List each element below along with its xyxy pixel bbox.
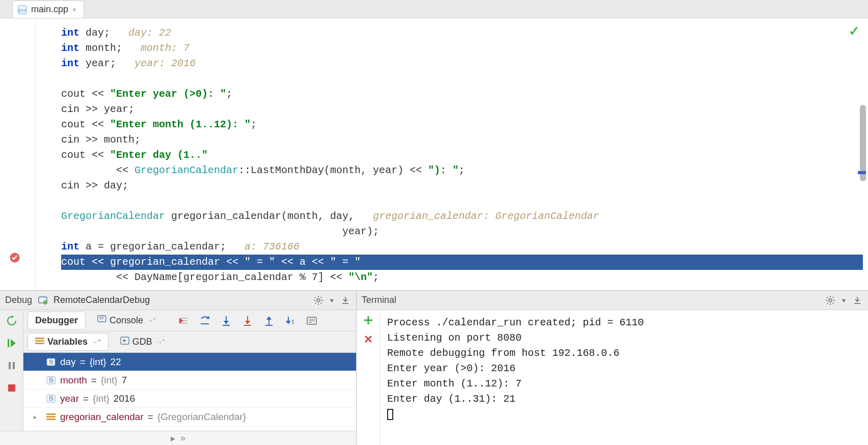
variable-type: {int} bbox=[101, 375, 118, 386]
tab-gdb[interactable]: GDB →" bbox=[113, 333, 172, 351]
run-to-cursor-button[interactable]: I bbox=[284, 315, 296, 327]
variable-type: {GregorianCalendar} bbox=[157, 411, 246, 423]
pin-icon[interactable]: →" bbox=[92, 339, 101, 346]
code-line[interactable]: int year; year: 2016 bbox=[61, 56, 863, 71]
code-line[interactable]: int a = gregorian_calendar; a: 736166 bbox=[61, 239, 863, 255]
svg-rect-62 bbox=[46, 419, 56, 420]
variable-row[interactable]: ▸gregorian_calendar = {GregorianCalendar… bbox=[23, 408, 356, 426]
svg-line-70 bbox=[827, 302, 828, 303]
variable-type-icon bbox=[46, 412, 56, 422]
step-over-button[interactable] bbox=[199, 315, 211, 327]
gear-icon[interactable] bbox=[825, 295, 836, 306]
terminal-body: Process ./calendar_run created; pid = 61… bbox=[357, 310, 868, 445]
pin-icon[interactable]: →" bbox=[156, 339, 165, 346]
expand-chevron-icon[interactable]: ▸ bbox=[34, 413, 42, 421]
svg-rect-20 bbox=[8, 384, 15, 392]
svg-marker-31 bbox=[224, 321, 229, 324]
editor-scrollbar[interactable] bbox=[860, 18, 866, 290]
variable-row[interactable]: 1001year = {int} 2016 bbox=[23, 390, 356, 408]
download-icon[interactable] bbox=[340, 295, 351, 306]
code-line[interactable]: int day; day: 22 bbox=[61, 25, 863, 41]
svg-rect-46 bbox=[35, 338, 44, 339]
tab-debugger[interactable]: Debugger bbox=[28, 312, 86, 329]
svg-rect-19 bbox=[13, 362, 15, 369]
rerun-button[interactable] bbox=[5, 314, 18, 327]
download-icon[interactable] bbox=[852, 295, 863, 306]
pin-icon[interactable]: →" bbox=[147, 317, 155, 324]
code-area[interactable]: int day; day: 22int month; month: 7int y… bbox=[36, 18, 868, 290]
new-session-button[interactable] bbox=[363, 315, 373, 325]
show-execution-point-button[interactable] bbox=[177, 315, 189, 327]
variable-row[interactable]: 1001day = {int} 22 bbox=[23, 353, 356, 371]
variable-value: 7 bbox=[122, 375, 127, 386]
gear-dropdown-icon[interactable]: ▼ bbox=[841, 297, 847, 303]
svg-point-4 bbox=[43, 300, 47, 304]
force-step-into-button[interactable] bbox=[241, 315, 254, 327]
editor-tab-bar: C++ main.cpp × bbox=[0, 0, 868, 18]
close-icon[interactable]: × bbox=[72, 6, 76, 14]
code-line[interactable]: cout << gregorian_calendar << " = " << a… bbox=[61, 255, 863, 270]
tab-debugger-label: Debugger bbox=[35, 315, 78, 326]
stop-button[interactable] bbox=[5, 381, 18, 395]
variable-type-icon: 1001 bbox=[46, 375, 56, 385]
more-tools-button[interactable]: ▸ » bbox=[0, 431, 356, 445]
code-line[interactable]: << DayName[gregorian_calendar % 7] << "\… bbox=[61, 270, 863, 285]
editor-gutter[interactable] bbox=[0, 18, 36, 290]
variable-name: year bbox=[60, 393, 79, 404]
debugger-subtabs: Variables →" GDB →" bbox=[23, 331, 356, 353]
run-config-icon[interactable] bbox=[37, 295, 48, 306]
scrollbar-thumb[interactable] bbox=[860, 105, 866, 181]
evaluate-expression-button[interactable] bbox=[306, 315, 318, 327]
resume-button[interactable] bbox=[5, 337, 18, 350]
code-line[interactable] bbox=[61, 71, 863, 87]
variable-row[interactable]: 1001month = {int} 7 bbox=[23, 371, 356, 390]
svg-rect-48 bbox=[35, 343, 44, 344]
code-line[interactable]: GregorianCalendar gregorian_calendar(mon… bbox=[61, 209, 863, 224]
variables-list[interactable]: 1001day = {int} 221001month = {int} 7100… bbox=[23, 353, 356, 431]
code-line[interactable]: year); bbox=[61, 224, 863, 239]
svg-point-5 bbox=[317, 299, 320, 302]
breakpoint-icon[interactable] bbox=[9, 252, 20, 263]
svg-rect-47 bbox=[35, 340, 44, 342]
chevron-right-icon: ▸ bbox=[171, 433, 175, 444]
editor-tab[interactable]: C++ main.cpp × bbox=[12, 1, 84, 18]
code-line[interactable]: cout << "Enter year (>0): "; bbox=[61, 87, 863, 102]
debug-inner: Debugger Console →" bbox=[23, 310, 356, 431]
svg-marker-37 bbox=[266, 316, 272, 320]
step-into-button[interactable] bbox=[220, 315, 232, 327]
code-line[interactable]: cout << "Enter day (1.." bbox=[61, 148, 863, 163]
terminal-tool-window: Terminal ▼ Process ./calendar_run create… bbox=[357, 291, 868, 445]
svg-line-71 bbox=[833, 297, 834, 298]
code-line[interactable]: cin >> year; bbox=[61, 102, 863, 117]
terminal-toolbar bbox=[357, 310, 380, 445]
terminal-output[interactable]: Process ./calendar_run created; pid = 61… bbox=[380, 310, 868, 445]
svg-text:01: 01 bbox=[49, 395, 53, 399]
svg-marker-17 bbox=[11, 339, 16, 347]
terminal-cursor bbox=[387, 409, 393, 420]
pause-button[interactable] bbox=[5, 359, 18, 372]
code-line[interactable]: cin >> day; bbox=[61, 178, 863, 193]
code-editor[interactable]: int day; day: 22int month; month: 7int y… bbox=[0, 18, 868, 291]
code-line[interactable]: int month; month: 7 bbox=[61, 41, 863, 56]
step-out-button[interactable] bbox=[263, 315, 275, 327]
variable-type: {int} bbox=[90, 356, 106, 368]
tab-variables[interactable]: Variables →" bbox=[28, 333, 108, 351]
tab-console-label: Console bbox=[110, 315, 143, 326]
debug-tool-window: Debug RemoteCalendarDebug ▼ bbox=[0, 291, 357, 445]
svg-text:01: 01 bbox=[49, 358, 53, 362]
code-line[interactable] bbox=[61, 193, 863, 209]
code-line[interactable]: cin >> month; bbox=[61, 132, 863, 148]
variable-value: 22 bbox=[111, 356, 121, 368]
gear-icon[interactable] bbox=[313, 295, 324, 306]
svg-line-12 bbox=[315, 302, 316, 303]
tab-console[interactable]: Console →" bbox=[90, 312, 163, 329]
close-session-button[interactable] bbox=[364, 335, 373, 344]
variable-name: gregorian_calendar bbox=[60, 411, 144, 423]
gdb-icon bbox=[120, 337, 129, 347]
code-line[interactable]: << GregorianCalendar::LastMonthDay(month… bbox=[61, 163, 863, 178]
svg-marker-34 bbox=[245, 321, 250, 324]
code-line[interactable]: cout << "Enter month (1..12): "; bbox=[61, 117, 863, 132]
gear-dropdown-icon[interactable]: ▼ bbox=[329, 297, 335, 303]
svg-line-10 bbox=[315, 297, 316, 298]
debug-title: Debug bbox=[5, 295, 32, 305]
